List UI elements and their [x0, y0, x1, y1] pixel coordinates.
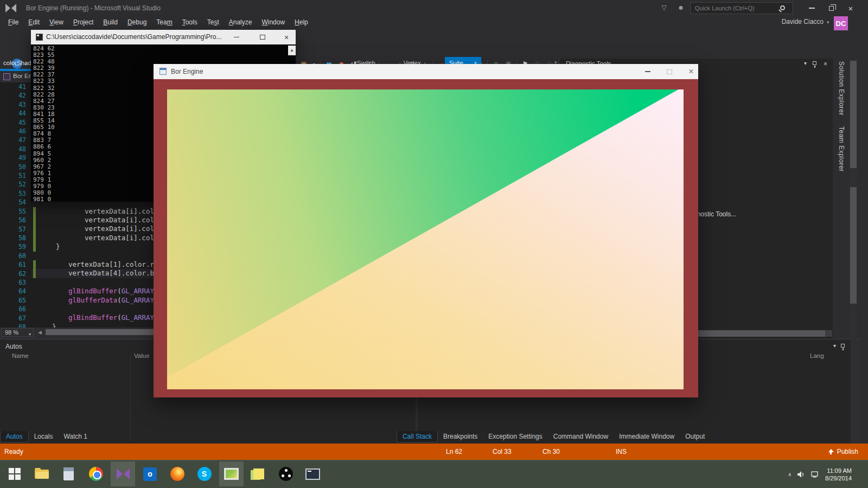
menu-team[interactable]: Team — [151, 17, 177, 27]
taskbar-console-icon[interactable] — [301, 461, 325, 486]
tab-autos[interactable]: Autos — [0, 431, 29, 442]
status-character: Ch 30 — [542, 448, 560, 455]
tab-locals[interactable]: Locals — [29, 431, 59, 442]
scroll-up-arrow-icon[interactable]: ▲ — [288, 46, 296, 55]
maximize-button[interactable] — [661, 64, 678, 79]
menu-test[interactable]: Test — [202, 17, 224, 27]
column-header-name[interactable]: Name — [12, 352, 29, 359]
tab-call-stack[interactable]: Call Stack — [397, 431, 438, 442]
line-number: 55 — [0, 207, 26, 216]
window-position-icon[interactable]: ▾ — [804, 60, 807, 66]
tab-output[interactable]: Output — [680, 431, 710, 442]
menu-debug[interactable]: Debug — [123, 17, 151, 27]
line-number: 52 — [0, 180, 26, 189]
menu-project[interactable]: Project — [68, 17, 98, 27]
feedback-icon[interactable]: ☻ — [676, 4, 686, 12]
taskbar-photos-icon[interactable] — [219, 461, 244, 486]
minimize-button[interactable] — [227, 30, 246, 44]
minimize-button[interactable] — [639, 64, 656, 79]
menu-edit[interactable]: Edit — [23, 17, 44, 27]
console-titlebar[interactable]: C:\Users\ciaccodavide\Documents\GameProg… — [31, 30, 296, 44]
window-position-icon[interactable]: ▾ — [833, 343, 836, 349]
tab-breakpoints[interactable]: Breakpoints — [438, 431, 483, 442]
close-button[interactable]: × — [682, 64, 700, 79]
side-tab-solution-explorer[interactable]: Solution Explorer — [834, 56, 848, 121]
console-title: C:\Users\ciaccodavide\Documents\GameProg… — [46, 33, 225, 41]
taskbar-visual-studio-icon[interactable] — [111, 461, 135, 486]
tray-expand-icon[interactable]: ∧ — [788, 472, 792, 477]
editor-zoom-select[interactable]: 98 %▾ — [1, 328, 34, 337]
close-icon[interactable]: × — [824, 60, 827, 68]
status-column: Col 33 — [493, 448, 512, 455]
menu-tools[interactable]: Tools — [177, 17, 202, 27]
line-number: 50 — [0, 163, 26, 171]
vertical-scrollbar[interactable] — [851, 339, 860, 444]
opengl-frame — [154, 79, 698, 397]
column-header-value[interactable]: Value — [134, 352, 150, 359]
console-line: 981 0 — [33, 196, 55, 202]
menu-analyze[interactable]: Analyze — [224, 17, 257, 27]
menu-file[interactable]: File — [3, 17, 23, 27]
tab-immediate-window[interactable]: Immediate Window — [614, 431, 680, 442]
line-number: 43 — [0, 100, 26, 109]
publish-icon — [828, 449, 834, 452]
menu-window[interactable]: Window — [257, 17, 290, 27]
taskbar-sticky-notes-icon[interactable] — [246, 461, 271, 486]
bor-engine-window[interactable]: Bor Engine × — [154, 64, 698, 397]
pin-icon[interactable] — [841, 344, 845, 348]
quick-launch-input[interactable]: Quick Launch (Ctrl+Q) — [690, 2, 793, 14]
line-number: 42 — [0, 91, 26, 100]
notifications-funnel-icon[interactable]: ▽ — [659, 4, 669, 12]
menu-help[interactable]: Help — [290, 17, 313, 27]
bor-window-title: Bor Engine — [171, 68, 203, 75]
taskbar-outlook-icon[interactable]: o — [138, 461, 162, 486]
taskbar-chrome-icon[interactable] — [84, 461, 108, 486]
console-line: 960 2 — [33, 157, 55, 164]
network-icon[interactable] — [811, 471, 820, 478]
side-tab-team-explorer[interactable]: Team Explorer — [834, 121, 848, 177]
line-number: 48 — [0, 145, 26, 153]
taskbar-clock[interactable]: 11:09 AM 8/29/2014 — [825, 467, 866, 482]
console-line: 822 28 — [33, 92, 55, 98]
menu-build[interactable]: Build — [98, 17, 123, 27]
window-title: Bor Engine (Running) - Microsoft Visual … — [26, 4, 161, 12]
app-icon — [159, 68, 167, 75]
console-line: 822 32 — [33, 85, 55, 92]
taskbar-firefox-icon[interactable] — [165, 461, 189, 486]
bor-titlebar[interactable]: Bor Engine × — [154, 64, 698, 79]
menu-bar: FileEditViewProjectBuildDebugTeamToolsTe… — [0, 16, 868, 28]
taskbar-explorer-icon[interactable] — [29, 461, 54, 486]
column-header-language[interactable]: Lang — [810, 352, 824, 359]
restore-button[interactable] — [821, 0, 841, 16]
close-button[interactable]: × — [277, 30, 296, 44]
visual-studio-logo-icon — [5, 2, 17, 14]
taskbar-obs-icon[interactable] — [273, 461, 298, 486]
volume-icon[interactable] — [797, 471, 806, 478]
menu-view[interactable]: View — [44, 17, 68, 27]
taskbar-start-icon[interactable] — [2, 461, 27, 486]
change-bar — [33, 207, 36, 252]
user-name[interactable]: Davide Ciacco — [765, 18, 824, 25]
line-number: 62 — [0, 269, 26, 278]
tab-command-window[interactable]: Command Window — [548, 431, 614, 442]
navigation-project-dropdown[interactable]: Bor En — [13, 73, 32, 79]
minimize-button[interactable] — [802, 0, 821, 16]
vertical-scrollbar[interactable] — [850, 60, 857, 341]
tab-exception-settings[interactable]: Exception Settings — [483, 431, 547, 442]
maximize-button[interactable] — [253, 30, 272, 44]
taskbar: oS ∧ 11:09 AM 8/29/2014 — [0, 460, 868, 488]
system-tray: ∧ 11:09 AM 8/29/2014 — [788, 460, 866, 488]
publish-button[interactable]: Publish — [828, 448, 858, 455]
tab-watch-1[interactable]: Watch 1 — [58, 431, 93, 442]
scroll-left-arrow-icon[interactable]: ◀ — [38, 330, 42, 335]
autos-panel-title: Autos — [5, 343, 22, 350]
line-number: 66 — [0, 305, 26, 313]
close-button[interactable]: × — [841, 0, 860, 16]
pin-icon[interactable] — [813, 61, 816, 65]
line-number: 47 — [0, 136, 26, 144]
taskbar-calculator-icon[interactable] — [56, 461, 81, 486]
taskbar-skype-icon[interactable]: S — [192, 461, 216, 486]
document-tab-colorshader[interactable]: colorShad — [3, 60, 31, 66]
line-number: 44 — [0, 109, 26, 118]
status-bar: Ready Ln 62 Col 33 Ch 30 INS Publish — [0, 444, 868, 460]
